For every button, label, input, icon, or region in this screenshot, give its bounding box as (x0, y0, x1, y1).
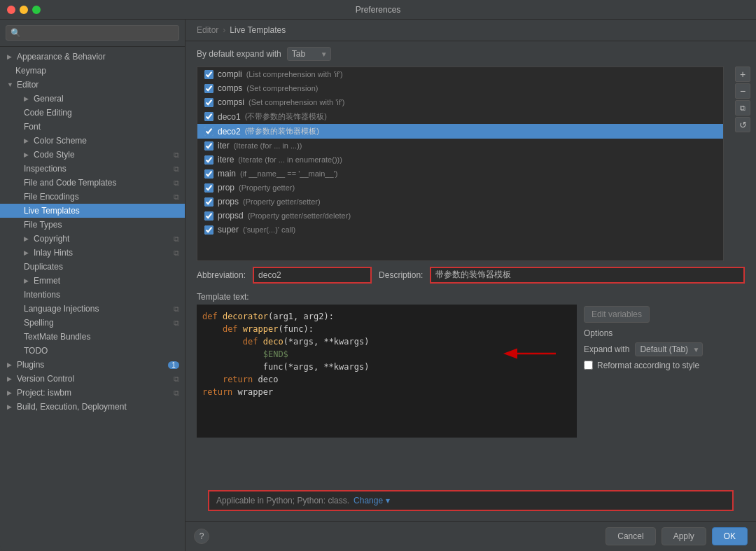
template-editor[interactable]: def decorator(arg1, arg2): def wrapper(f… (197, 305, 577, 438)
list-item[interactable]: itere (Iterate (for ... in enumerate())) (197, 153, 723, 167)
template-checkbox[interactable] (204, 155, 214, 165)
sidebar-item-duplicates[interactable]: Duplicates (0, 260, 185, 274)
list-item[interactable]: propsd (Property getter/setter/deleter) (197, 209, 723, 223)
copy-icon: ⧉ (174, 389, 179, 398)
list-item[interactable]: main (if __name__ == '__main__') (197, 167, 723, 181)
reset-button[interactable]: ↺ (735, 117, 750, 132)
expand-with-select[interactable]: Tab Space Enter (287, 47, 331, 61)
sidebar-item-file-types[interactable]: File Types (0, 218, 185, 232)
template-desc: (Property getter/setter) (243, 197, 321, 206)
sidebar-item-label: Language Injections (24, 304, 171, 314)
template-checkbox[interactable] (204, 211, 214, 221)
copy-template-button[interactable]: ⧉ (735, 100, 750, 116)
sidebar-item-live-templates[interactable]: Live Templates (0, 204, 185, 218)
code-line: $END$ (202, 348, 571, 361)
list-item[interactable]: compli (List comprehension with 'if') (197, 67, 723, 81)
sidebar-item-file-code-templates[interactable]: File and Code Templates ⧉ (0, 176, 185, 190)
abbr-desc-section: Abbreviation: Description: (186, 261, 756, 292)
abbreviation-input[interactable] (253, 267, 372, 284)
template-checkbox[interactable] (204, 169, 214, 179)
template-checkbox[interactable] (204, 183, 214, 193)
template-list[interactable]: compli (List comprehension with 'if') co… (197, 67, 724, 261)
copy-icon: ⧉ (174, 151, 179, 160)
reformat-label: Reformat according to style (597, 361, 699, 370)
help-button[interactable]: ? (194, 529, 209, 544)
remove-button[interactable]: − (735, 83, 750, 99)
expand-arrow: ▶ (7, 375, 14, 382)
apply-button[interactable]: Apply (662, 527, 706, 545)
sidebar-item-spelling[interactable]: Spelling ⧉ (0, 316, 185, 330)
sidebar-item-intentions[interactable]: Intentions (0, 288, 185, 302)
close-button[interactable] (7, 6, 15, 14)
sidebar-item-appearance[interactable]: ▶ Appearance & Behavior (0, 50, 185, 64)
sidebar-item-file-encodings[interactable]: File Encodings ⧉ (0, 190, 185, 204)
sidebar-item-plugins[interactable]: ▶ Plugins 1 (0, 358, 185, 372)
expand-arrow: ▶ (7, 53, 14, 60)
template-checkbox[interactable] (204, 98, 214, 107)
ok-button[interactable]: OK (712, 527, 748, 545)
sidebar-item-version-control[interactable]: ▶ Version Control ⧉ (0, 372, 185, 386)
search-input[interactable] (6, 25, 179, 41)
sidebar-item-label: Font (24, 122, 179, 132)
sidebar-item-language-injections[interactable]: Language Injections ⧉ (0, 302, 185, 316)
template-checkbox[interactable] (204, 112, 214, 121)
template-checkbox[interactable] (204, 141, 214, 151)
expand-arrow: ▶ (24, 137, 31, 144)
template-desc: (Iterate (for ... in ...)) (234, 141, 302, 150)
list-item[interactable]: props (Property getter/setter) (197, 195, 723, 209)
sidebar-item-color-scheme[interactable]: ▶ Color Scheme (0, 134, 185, 148)
list-item[interactable]: compsi (Set comprehension with 'if') (197, 95, 723, 109)
add-button[interactable]: + (735, 67, 750, 82)
sidebar-item-editor[interactable]: ▼ Editor (0, 78, 185, 92)
sidebar: ▶ Appearance & Behavior Keymap ▼ Editor … (0, 20, 186, 551)
sidebar-item-label: Intentions (24, 290, 179, 300)
template-desc: (Property getter/setter/deleter) (248, 211, 351, 220)
template-abbr: compli (218, 69, 242, 79)
sidebar-item-font[interactable]: Font (0, 120, 185, 134)
reformat-checkbox[interactable] (584, 361, 593, 370)
list-item[interactable]: iter (Iterate (for ... in ...)) (197, 139, 723, 153)
list-item[interactable]: super ('super(...)' call) (197, 223, 723, 237)
copy-icon: ⧉ (174, 193, 179, 202)
edit-variables-button[interactable]: Edit variables (584, 306, 650, 323)
sidebar-item-inlay-hints[interactable]: ▶ Inlay Hints ⧉ (0, 246, 185, 260)
list-item[interactable]: comps (Set comprehension) (197, 81, 723, 95)
sidebar-item-label: Appearance & Behavior (17, 52, 179, 62)
maximize-button[interactable] (32, 6, 41, 14)
template-checkbox[interactable] (204, 127, 214, 136)
sidebar-item-copyright[interactable]: ▶ Copyright ⧉ (0, 232, 185, 246)
sidebar-item-inspections[interactable]: Inspections ⧉ (0, 162, 185, 176)
sidebar-item-textmate-bundles[interactable]: TextMate Bundles (0, 330, 185, 344)
options-expand-with-label: Expand with (584, 344, 629, 354)
sidebar-item-keymap[interactable]: Keymap (0, 64, 185, 78)
template-checkbox[interactable] (204, 197, 214, 207)
sidebar-item-general[interactable]: ▶ General (0, 92, 185, 106)
copy-icon: ⧉ (174, 305, 179, 314)
cancel-button[interactable]: Cancel (606, 527, 655, 545)
template-checkbox[interactable] (204, 70, 214, 79)
minimize-button[interactable] (20, 6, 28, 14)
template-checkbox[interactable] (204, 225, 214, 235)
template-desc: (带参数的装饰器模板) (245, 126, 319, 137)
template-checkbox[interactable] (204, 84, 214, 93)
description-input[interactable] (430, 267, 745, 284)
sidebar-item-build[interactable]: ▶ Build, Execution, Deployment (0, 400, 185, 414)
sidebar-item-project[interactable]: ▶ Project: iswbm ⧉ (0, 386, 185, 400)
sidebar-item-code-editing[interactable]: Code Editing (0, 106, 185, 120)
list-item[interactable]: prop (Property getter) (197, 181, 723, 195)
breadcrumb-separator: › (223, 25, 225, 35)
expand-arrow: ▶ (7, 389, 14, 396)
sidebar-item-code-style[interactable]: ▶ Code Style ⧉ (0, 148, 185, 162)
expand-arrow: ▶ (24, 235, 31, 242)
change-link[interactable]: Change ▾ (354, 496, 389, 505)
options-expand-select-wrap: Default (Tab) Tab Space Enter ▼ (635, 342, 703, 356)
sidebar-item-todo[interactable]: TODO (0, 344, 185, 358)
options-expand-select[interactable]: Default (Tab) Tab Space Enter (635, 342, 703, 356)
sidebar-item-label: Color Scheme (34, 136, 179, 146)
applicable-section: Applicable in Python; Python: class. Cha… (186, 486, 756, 521)
sidebar-item-emmet[interactable]: ▶ Emmet (0, 274, 185, 288)
expand-with-row: By default expand with Tab Space Enter ▼ (186, 41, 756, 67)
list-item[interactable]: deco2 (带参数的装饰器模板) (197, 124, 723, 139)
list-item[interactable]: deco1 (不带参数的装饰器模板) (197, 109, 723, 124)
template-list-container: compli (List comprehension with 'if') co… (186, 67, 756, 261)
